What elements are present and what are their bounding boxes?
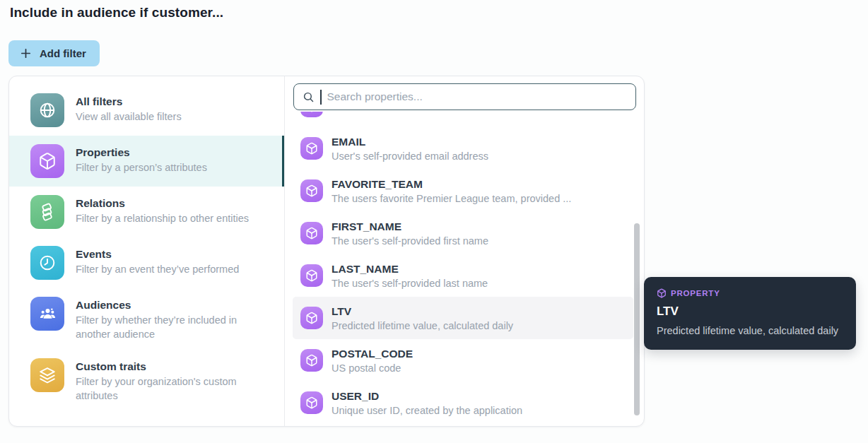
tooltip-kind-label: PROPERTY [671,289,720,297]
property-name: FIRST_NAME [332,219,488,234]
cube-icon [300,307,323,329]
sidebar-item-audiences[interactable]: Audiences Filter by whether they’re incl… [9,288,284,350]
property-name: USER_ID [332,389,522,403]
property-name: EMAIL [332,134,488,149]
tooltip-title: LTV [657,305,843,319]
cube-icon [300,222,323,244]
layers-icon [30,358,64,392]
property-description: The user's self-provided first name [332,234,488,248]
sidebar-item-custom-traits[interactable]: Custom traits Filter by your organizatio… [9,350,284,411]
plus-icon [20,47,32,59]
scrollbar-thumb[interactable] [634,223,640,415]
sidebar-item-label: Audiences [76,297,271,312]
sidebar-item-events[interactable]: Events Filter by an event they’ve perfor… [9,237,284,288]
tooltip-description: Predicted lifetime value, calculated dai… [657,324,843,338]
properties-panel: Date that the user subscribed EMAIL User… [285,76,644,426]
property-name: LTV [332,304,513,319]
property-description: Unique user ID, created by the applicati… [332,403,522,418]
sidebar-item-relations[interactable]: Relations Filter by a relationship to ot… [9,187,284,237]
sidebar-item-description: Filter by a person’s attributes [76,160,207,175]
property-row-first-name[interactable]: FIRST_NAME The user's self-provided firs… [293,212,633,254]
add-filter-label: Add filter [40,47,86,59]
sidebar-item-properties[interactable]: Properties Filter by a person’s attribut… [9,136,284,187]
properties-list: Date that the user subscribed EMAIL User… [285,112,644,425]
property-description: The user's self-provided last name [332,276,488,290]
property-row-last-name[interactable]: LAST_NAME The user's self-provided last … [293,254,633,297]
sidebar-item-description: Filter by whether they’re included in an… [76,313,271,341]
globe-icon [30,93,64,127]
people-icon [30,297,64,331]
search-icon [303,91,315,103]
cards-icon [30,195,64,229]
cube-icon [300,264,323,287]
cube-icon [300,179,323,202]
cube-icon [300,112,323,117]
property-row-ltv[interactable]: LTV Predicted lifetime value, calculated… [293,297,633,339]
property-name: POSTAL_CODE [332,346,413,361]
property-name: LAST_NAME [332,261,488,276]
property-description: User's self-provided email address [332,149,488,163]
sidebar-item-label: Properties [76,145,207,160]
property-row-partial[interactable]: Date that the user subscribed [293,112,633,127]
property-row-favorite-team[interactable]: FAVORITE_TEAM The users favorite Premier… [293,170,633,212]
property-description: Date that the user subscribed [332,112,465,113]
property-tooltip: PROPERTY LTV Predicted lifetime value, c… [644,277,856,350]
property-name: FAVORITE_TEAM [332,177,571,191]
sidebar-item-description: View all available filters [76,110,182,124]
cube-icon [30,144,64,178]
property-row-postal-code[interactable]: POSTAL_CODE US postal code [293,339,633,382]
filter-category-sidebar: All filters View all available filters P… [9,76,285,426]
sidebar-item-all-filters[interactable]: All filters View all available filters [9,85,284,136]
property-description: The users favorite Premier League team, … [332,191,571,206]
property-description: US postal code [332,361,413,375]
sidebar-item-label: Custom traits [76,359,271,374]
property-description: Predicted lifetime value, calculated dai… [332,319,513,333]
search-field-wrapper [293,83,636,110]
clock-icon [30,246,64,280]
sidebar-item-description: Filter by a relationship to other entiti… [76,211,249,225]
cube-icon [300,349,323,372]
add-filter-button[interactable]: Add filter [8,40,100,66]
property-row-user-id[interactable]: USER_ID Unique user ID, created by the a… [293,382,633,424]
sidebar-item-label: Events [76,247,239,261]
search-input[interactable] [327,90,628,103]
filter-picker-panel: All filters View all available filters P… [8,76,645,427]
sidebar-item-label: All filters [76,94,182,109]
text-cursor [320,90,322,105]
page-title: Include in audience if customer... [10,5,223,20]
cube-icon [300,391,323,414]
property-row-email[interactable]: EMAIL User's self-provided email address [293,127,633,170]
cube-icon [657,288,667,298]
cube-icon [300,137,323,160]
sidebar-item-description: Filter by an event they’ve performed [76,262,239,276]
sidebar-item-label: Relations [76,196,249,211]
sidebar-item-description: Filter by your organization's custom att… [76,374,271,403]
